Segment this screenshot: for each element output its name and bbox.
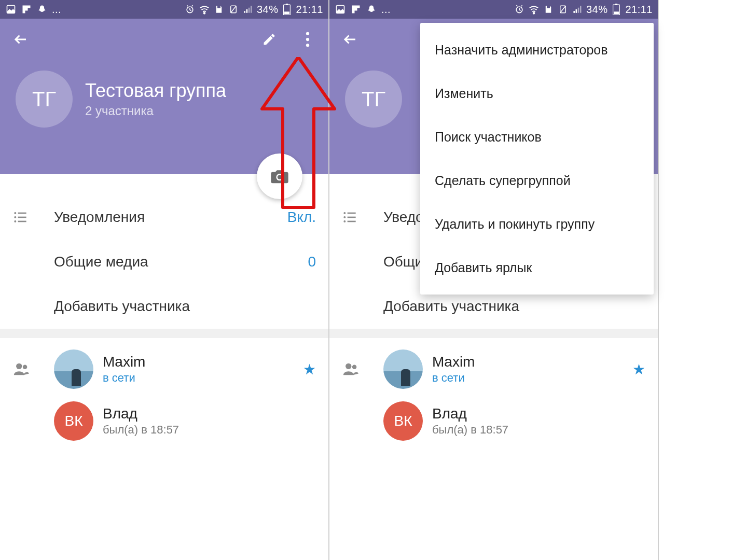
alarm-icon (184, 4, 196, 15)
member-avatar[interactable]: ВК (54, 401, 93, 441)
svg-point-22 (533, 12, 535, 14)
status-bar: ... 34% 21:11 (0, 0, 328, 19)
save-icon (543, 4, 554, 15)
group-subtitle: 2 участника (85, 104, 226, 118)
member-avatar[interactable] (54, 349, 93, 389)
star-icon: ★ (303, 361, 316, 378)
shared-media-value: 0 (308, 254, 316, 270)
member-name: Maxim (103, 354, 303, 370)
gallery-icon (335, 4, 346, 15)
member-name: Влад (432, 405, 645, 422)
add-member-row[interactable]: Добавить участника (0, 284, 328, 329)
back-button[interactable] (9, 28, 32, 51)
svg-rect-26 (614, 11, 619, 14)
notifications-row[interactable]: Уведомления Вкл. (0, 195, 328, 240)
svg-rect-13 (18, 213, 26, 214)
list-icon (12, 209, 54, 226)
svg-point-12 (14, 212, 16, 214)
member-name: Maxim (432, 354, 632, 370)
sim-icon (228, 4, 239, 15)
notifications-value: Вкл. (287, 209, 316, 226)
svg-point-2 (204, 12, 205, 14)
member-status: был(а) в 18:57 (103, 423, 316, 437)
section-divider (0, 329, 328, 338)
member-avatar-initials: ВК (65, 413, 83, 429)
menu-edit[interactable]: Изменить (420, 72, 654, 115)
battery-percent: 34% (257, 4, 279, 16)
clock-time: 21:11 (296, 4, 323, 16)
shared-media-label: Общие медиа (54, 254, 308, 270)
battery-icon (611, 4, 622, 15)
member-row[interactable]: Maxim в сети ★ (329, 343, 658, 395)
battery-icon (281, 4, 293, 15)
member-row[interactable]: ВК Влад был(а) в 18:57 (0, 395, 328, 447)
member-avatar[interactable] (383, 349, 423, 389)
clock-time: 21:11 (625, 4, 653, 16)
gallery-icon (5, 4, 17, 15)
snapchat-icon (36, 4, 48, 15)
svg-point-14 (14, 216, 16, 218)
member-row[interactable]: Maxim в сети ★ (0, 343, 328, 395)
svg-point-19 (23, 365, 27, 370)
member-status: был(а) в 18:57 (432, 423, 645, 437)
svg-rect-5 (286, 4, 288, 5)
edit-button[interactable] (258, 28, 281, 51)
wifi-icon (199, 4, 210, 15)
menu-make-supergroup[interactable]: Сделать супергруппой (420, 159, 654, 202)
status-bar: ... 34% 21:11 (329, 0, 658, 19)
screen-right: ... 34% 21:11 ТГ Тестовая группа 2 участ… (329, 0, 659, 560)
signal-icon (572, 4, 583, 15)
svg-rect-6 (284, 11, 289, 14)
svg-rect-30 (348, 217, 356, 218)
shared-media-row[interactable]: Общие медиа 0 (0, 240, 328, 284)
save-icon (213, 4, 225, 15)
group-avatar[interactable]: ТГ (16, 71, 73, 128)
svg-rect-15 (18, 217, 26, 218)
notifications-ellipsis: ... (52, 4, 61, 16)
member-status: в сети (432, 371, 632, 385)
battery-percent: 34% (586, 4, 608, 16)
group-avatar-initials: ТГ (362, 88, 385, 111)
menu-add-shortcut[interactable]: Добавить ярлык (420, 246, 654, 289)
svg-rect-28 (348, 213, 356, 214)
member-avatar[interactable]: ВК (383, 401, 423, 441)
flipboard-icon (21, 4, 32, 15)
svg-point-16 (14, 220, 16, 222)
svg-point-34 (352, 365, 357, 370)
more-button[interactable] (296, 28, 319, 51)
svg-rect-25 (615, 4, 617, 5)
sim-icon (557, 4, 569, 15)
menu-assign-admins[interactable]: Назначить администраторов (420, 28, 654, 72)
member-status: в сети (103, 371, 303, 385)
menu-search-members[interactable]: Поиск участников (420, 115, 654, 159)
svg-point-8 (306, 38, 309, 41)
back-button[interactable] (339, 28, 362, 51)
group-header: ТГ Тестовая группа 2 участника (0, 19, 328, 174)
svg-point-27 (343, 212, 346, 214)
svg-point-7 (306, 32, 309, 35)
members-icon (342, 360, 383, 378)
members-icon (12, 360, 54, 378)
add-member-label: Добавить участника (54, 298, 316, 315)
group-avatar[interactable]: ТГ (345, 71, 402, 128)
svg-point-29 (343, 216, 346, 218)
snapchat-icon (366, 4, 377, 15)
notifications-ellipsis: ... (381, 4, 391, 16)
more-menu: Назначить администраторов Изменить Поиск… (420, 23, 654, 295)
member-avatar-initials: ВК (394, 413, 412, 429)
group-avatar-initials: ТГ (32, 88, 56, 111)
section-divider (329, 329, 658, 338)
menu-delete-leave[interactable]: Удалить и покинуть группу (420, 202, 654, 246)
svg-point-31 (343, 220, 346, 222)
svg-rect-17 (18, 221, 26, 222)
screen-left: ... 34% 21:11 (0, 0, 329, 560)
wifi-icon (528, 4, 540, 15)
svg-point-11 (278, 175, 282, 179)
member-row[interactable]: ВК Влад был(а) в 18:57 (329, 395, 658, 447)
member-name: Влад (103, 405, 316, 422)
signal-icon (242, 4, 254, 15)
camera-fab[interactable] (257, 153, 302, 199)
svg-point-9 (306, 44, 309, 47)
svg-point-18 (16, 363, 22, 369)
notifications-label: Уведомления (54, 209, 287, 226)
